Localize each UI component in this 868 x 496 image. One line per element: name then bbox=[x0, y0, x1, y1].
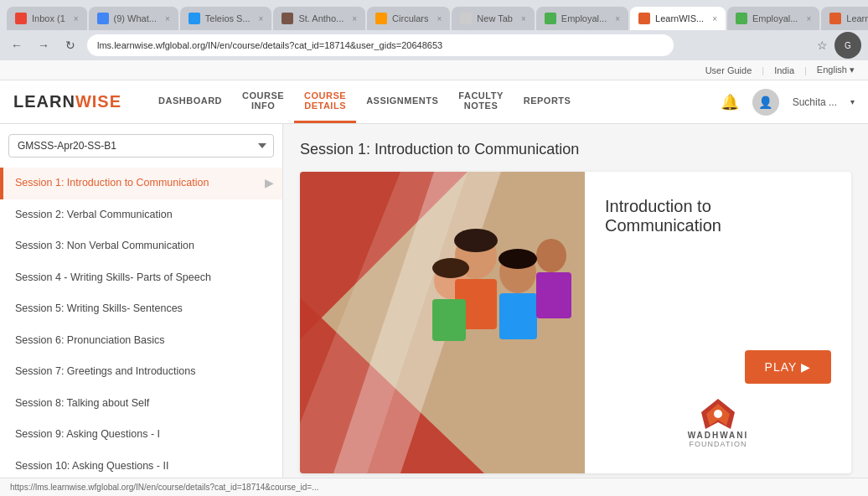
sidebar-item-9[interactable]: Session 10: Asking Questions - II bbox=[0, 451, 282, 478]
browser-tab-tab-employai2[interactable]: Employal...× bbox=[727, 7, 819, 30]
browser-tab-tab-teleios[interactable]: Teleios S...× bbox=[180, 7, 272, 30]
logo-suffix: WISE bbox=[75, 92, 121, 111]
svg-point-8 bbox=[536, 239, 566, 272]
notification-bell[interactable]: 🔔 bbox=[721, 93, 739, 111]
tab-close-tab-circulars[interactable]: × bbox=[437, 14, 442, 23]
nav-link-course-info[interactable]: COURSEINFO bbox=[232, 80, 294, 123]
sidebar-item-4[interactable]: Session 5: Writing Skills- Sentences bbox=[0, 293, 282, 325]
tab-close-tab-st[interactable]: × bbox=[352, 14, 357, 23]
logo-prefix: LEARN bbox=[13, 92, 75, 111]
browser-tab-tab-learnwis2[interactable]: LearnWIS...× bbox=[821, 7, 868, 30]
sidebar-list: Session 1: Introduction to Communication… bbox=[0, 168, 282, 478]
course-selector[interactable]: GMSSS-Apr20-SS-B1 bbox=[8, 134, 274, 158]
nav-link-assignments[interactable]: ASSIGNMENTS bbox=[356, 80, 448, 123]
nav-link-faculty-notes[interactable]: FACULTYNOTES bbox=[448, 80, 513, 123]
browser-chrome: Inbox (1×(9) What...×Teleios S...×St. An… bbox=[0, 0, 868, 60]
wadhwani-sub: FOUNDATION bbox=[690, 440, 747, 448]
tab-close-tab-whats[interactable]: × bbox=[165, 14, 170, 23]
utility-bar: User Guide | India | English ▾ bbox=[0, 60, 868, 80]
tab-close-tab-teleios[interactable]: × bbox=[259, 14, 264, 23]
sidebar-item-0[interactable]: Session 1: Introduction to Communication… bbox=[0, 168, 282, 199]
browser-tab-tab-employai1[interactable]: Employal...× bbox=[536, 7, 628, 30]
tab-close-tab-newtab[interactable]: × bbox=[521, 14, 526, 23]
tab-close-tab-learnwis1[interactable]: × bbox=[712, 14, 717, 23]
tab-bar: Inbox (1×(9) What...×Teleios S...×St. An… bbox=[0, 0, 868, 30]
sidebar-item-1[interactable]: Session 2: Verbal Communication bbox=[0, 199, 282, 231]
nav-link-dashboard[interactable]: DASHBOARD bbox=[148, 80, 232, 123]
course-main-title: Introduction to Communication bbox=[605, 197, 831, 235]
browser-tab-tab-whats[interactable]: (9) What...× bbox=[89, 7, 178, 30]
wadhwani-emblem bbox=[693, 397, 743, 431]
forward-button[interactable]: → bbox=[34, 35, 54, 55]
back-button[interactable]: ← bbox=[7, 35, 27, 55]
browser-actions: ☆ G bbox=[817, 32, 861, 59]
content-area: GMSSS-Apr20-SS-B1 Session 1: Introductio… bbox=[0, 124, 868, 478]
user-dropdown-icon[interactable]: ▾ bbox=[850, 97, 855, 106]
browser-tab-tab-learnwis1[interactable]: LearnWIS...× bbox=[630, 7, 726, 30]
svg-rect-11 bbox=[432, 299, 466, 341]
status-url: https://lms.learnwise.wfglobal.org/IN/en… bbox=[10, 483, 319, 492]
svg-rect-12 bbox=[536, 272, 571, 318]
sidebar-item-3[interactable]: Session 4 - Writing Skills- Parts of Spe… bbox=[0, 262, 282, 294]
tab-close-tab-gmail[interactable]: × bbox=[74, 14, 79, 23]
course-image bbox=[300, 172, 585, 473]
app: User Guide | India | English ▾ LEARNWISE… bbox=[0, 60, 868, 496]
sidebar-item-6[interactable]: Session 7: Greetings and Introductions bbox=[0, 356, 282, 388]
svg-point-14 bbox=[499, 249, 537, 269]
browser-tab-tab-st[interactable]: St. Antho...× bbox=[273, 7, 365, 30]
sidebar-item-2[interactable]: Session 3: Non Verbal Communication bbox=[0, 230, 282, 262]
profile-avatar[interactable]: G bbox=[834, 32, 861, 59]
sidebar-dropdown: GMSSS-Apr20-SS-B1 bbox=[8, 134, 274, 158]
user-guide-link[interactable]: User Guide bbox=[705, 65, 752, 75]
course-image-svg bbox=[300, 172, 585, 473]
nav-right: 🔔 👤 Suchita ... ▾ bbox=[721, 89, 855, 116]
nav-links: DASHBOARDCOURSEINFOCOURSEDETAILSASSIGNME… bbox=[148, 80, 581, 123]
address-text: lms.learnwise.wfglobal.org/IN/en/course/… bbox=[97, 40, 442, 50]
bookmark-icon[interactable]: ☆ bbox=[817, 39, 828, 52]
nav-link-reports[interactable]: REPORTS bbox=[514, 80, 581, 123]
logo: LEARNWISE bbox=[13, 92, 121, 111]
tab-close-tab-employai2[interactable]: × bbox=[806, 14, 811, 23]
wadhwani-logo: WADHWANI FOUNDATION bbox=[605, 397, 831, 448]
sidebar-item-8[interactable]: Session 9: Asking Questions - I bbox=[0, 419, 282, 451]
browser-tab-tab-newtab[interactable]: New Tab× bbox=[452, 7, 534, 30]
main-nav: LEARNWISE DASHBOARDCOURSEINFOCOURSEDETAI… bbox=[0, 80, 868, 124]
sidebar-item-7[interactable]: Session 8: Talking about Self bbox=[0, 388, 282, 420]
wadhwani-name: WADHWANI bbox=[688, 431, 749, 440]
svg-rect-10 bbox=[499, 293, 537, 339]
reload-button[interactable]: ↻ bbox=[60, 35, 80, 55]
nav-link-course-details[interactable]: COURSEDETAILS bbox=[294, 80, 356, 123]
sidebar: GMSSS-Apr20-SS-B1 Session 1: Introductio… bbox=[0, 124, 283, 478]
course-info-side: Introduction to Communication PLAY ▶ WAD… bbox=[585, 172, 851, 473]
session-title: Session 1: Introduction to Communication bbox=[300, 141, 851, 158]
main-content: Session 1: Introduction to Communication bbox=[283, 124, 868, 478]
sidebar-arrow-0: ▶ bbox=[265, 175, 274, 192]
sidebar-item-5[interactable]: Session 6: Pronunciation Basics bbox=[0, 325, 282, 357]
svg-point-13 bbox=[454, 229, 498, 252]
browser-tab-tab-gmail[interactable]: Inbox (1× bbox=[7, 7, 87, 30]
course-card: Introduction to Communication PLAY ▶ WAD… bbox=[300, 172, 851, 473]
svg-point-18 bbox=[714, 410, 722, 418]
svg-point-15 bbox=[432, 258, 469, 278]
status-bar: https://lms.learnwise.wfglobal.org/IN/en… bbox=[0, 478, 868, 496]
browser-tab-tab-circulars[interactable]: Circulars× bbox=[367, 7, 450, 30]
user-avatar: 👤 bbox=[752, 89, 779, 116]
country-selector[interactable]: India bbox=[774, 65, 794, 75]
user-name[interactable]: Suchita ... bbox=[793, 96, 837, 108]
tab-close-tab-employai1[interactable]: × bbox=[615, 14, 620, 23]
language-selector[interactable]: English ▾ bbox=[817, 65, 855, 75]
play-button[interactable]: PLAY ▶ bbox=[745, 350, 831, 384]
address-bar-row: ← → ↻ lms.learnwise.wfglobal.org/IN/en/c… bbox=[0, 30, 868, 60]
address-bar[interactable]: lms.learnwise.wfglobal.org/IN/en/course/… bbox=[87, 34, 674, 56]
photo-placeholder bbox=[300, 172, 585, 473]
